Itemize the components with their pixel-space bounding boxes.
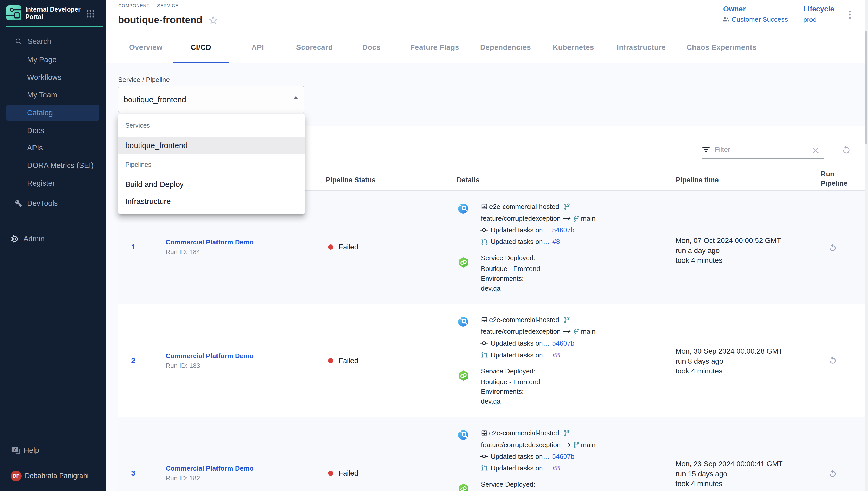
svg-text:?: ? bbox=[13, 447, 16, 452]
